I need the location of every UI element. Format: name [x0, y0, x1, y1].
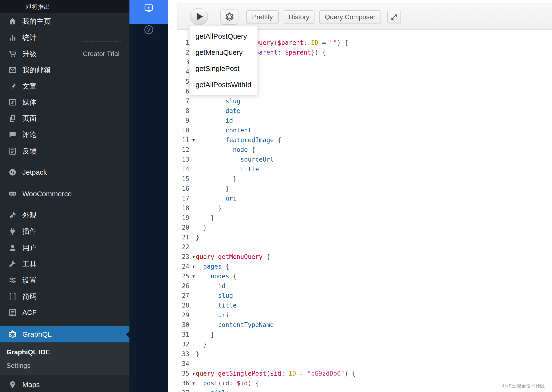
- sidebar-item-appearance[interactable]: 外观: [0, 207, 129, 223]
- line-number: 14: [177, 164, 189, 174]
- sidebar-item-users[interactable]: 用户: [0, 240, 129, 256]
- plugins-icon: [8, 227, 17, 236]
- sidebar-item-shortcode[interactable]: 简码: [0, 288, 129, 304]
- line-number: 13: [177, 155, 189, 164]
- feedback-icon: [8, 147, 17, 156]
- active-item-arrow: [126, 331, 129, 338]
- dropdown-item-getsinglepost[interactable]: getSinglePost: [190, 61, 258, 77]
- dropdown-item-getmenuquery[interactable]: getMenuQuery: [190, 44, 258, 61]
- line-number: 23: [177, 252, 189, 262]
- line-number: 26: [177, 281, 189, 291]
- sidebar-item-jetpack[interactable]: Jetpack: [0, 164, 129, 180]
- submenu-item-settings[interactable]: Settings: [0, 359, 129, 372]
- dropdown-item-getallpostquery[interactable]: getAllPostQuery: [190, 28, 258, 44]
- line-number: 17: [177, 194, 189, 203]
- code-line[interactable]: featuredImage {: [196, 135, 552, 145]
- cart-icon: [8, 49, 17, 58]
- graphql-icon: [8, 330, 17, 339]
- code-line[interactable]: pages {: [196, 262, 552, 272]
- sidebar-item-label: 页面: [22, 114, 36, 123]
- line-number: 27: [177, 291, 189, 301]
- graphiql-logo-button[interactable]: [220, 9, 238, 25]
- code-line[interactable]: }: [196, 223, 552, 232]
- code-line[interactable]: date: [196, 106, 552, 116]
- sidebar-item-label: 工具: [22, 259, 36, 269]
- sidebar-item-graphql[interactable]: GraphQL: [0, 326, 129, 343]
- sidebar-item-woocommerce[interactable]: Woo WooCommerce: [0, 186, 129, 202]
- line-number: 8: [177, 106, 189, 116]
- sidebar-item-maps[interactable]: Maps: [0, 377, 129, 392]
- help-icon[interactable]: ?: [144, 25, 153, 34]
- sidebar-item-label: 我的邮箱: [22, 65, 51, 75]
- code-line[interactable]: sourceUrl: [196, 155, 552, 164]
- line-number-gutter: 1234567891011121314151617181920212223242…: [177, 38, 189, 392]
- sidebar-item-feedback[interactable]: 反馈: [0, 143, 129, 159]
- code-line[interactable]: query getMenuQuery {: [196, 252, 552, 262]
- sidebar-item-label: Jetpack: [22, 168, 47, 176]
- code-line[interactable]: id: [196, 116, 552, 126]
- sidebar-item-plugins[interactable]: 插件: [0, 223, 129, 239]
- sidebar-item-label: 用户: [22, 243, 36, 253]
- sidebar-item-tools[interactable]: 工具: [0, 256, 129, 272]
- code-line[interactable]: id: [196, 281, 552, 291]
- sidebar-item-media[interactable]: 媒体: [0, 94, 129, 110]
- prettify-button[interactable]: Prettify: [246, 10, 279, 24]
- code-line[interactable]: }: [196, 213, 552, 223]
- sidebar-item-label: WooCommerce: [22, 190, 72, 198]
- sidebar-item-upgrade[interactable]: 升级 Creator Trial: [0, 46, 129, 62]
- sidebar-item-label: Maps: [22, 381, 40, 389]
- code-line[interactable]: nodes {: [196, 272, 552, 281]
- sidebar-item-label: 外观: [22, 210, 36, 220]
- code-line[interactable]: }: [196, 340, 552, 349]
- graphiql-activity-rail: ?: [129, 0, 168, 392]
- code-line[interactable]: uri: [196, 310, 552, 320]
- graphiql-app-tab[interactable]: [129, 0, 168, 24]
- code-line[interactable]: }: [196, 174, 552, 184]
- code-line[interactable]: title: [196, 164, 552, 174]
- execute-button[interactable]: [190, 8, 208, 25]
- sidebar-item-label: 我的主页: [22, 17, 51, 26]
- line-number: 25: [177, 272, 189, 281]
- history-button[interactable]: History: [284, 10, 315, 24]
- code-line[interactable]: [196, 242, 552, 252]
- sidebar-item-pages[interactable]: 页面: [0, 110, 129, 126]
- code-line[interactable]: }: [196, 349, 552, 359]
- code-line[interactable]: contentTypeName: [196, 320, 552, 330]
- maps-icon: [8, 380, 17, 389]
- code-line[interactable]: slug: [196, 96, 552, 106]
- line-number: 24: [177, 262, 189, 272]
- sidebar-item-comments[interactable]: 评论: [0, 127, 129, 143]
- code-line[interactable]: title: [196, 301, 552, 310]
- query-composer-button[interactable]: Query Composer: [319, 10, 381, 24]
- code-line[interactable]: uri: [196, 194, 552, 203]
- code-line[interactable]: }: [196, 203, 552, 213]
- line-number: 35: [177, 369, 189, 378]
- sidebar-item-acf[interactable]: ACF: [0, 304, 129, 321]
- code-line[interactable]: post(id: $id) {: [196, 378, 552, 388]
- sidebar-item-posts[interactable]: 文章: [0, 78, 129, 94]
- sidebar-item-label: ACF: [22, 308, 36, 316]
- sidebar-item-stats[interactable]: 统计: [0, 30, 129, 46]
- fullscreen-button[interactable]: [387, 11, 401, 23]
- admin-bar: 即将推出: [0, 0, 129, 13]
- code-line[interactable]: }: [196, 232, 552, 242]
- code-line[interactable]: node {: [196, 145, 552, 155]
- submenu-item-graphiql-ide[interactable]: GraphiQL IDE: [0, 345, 129, 359]
- code-line[interactable]: slug: [196, 291, 552, 301]
- code-line[interactable]: }: [196, 184, 552, 194]
- sidebar-item-mailbox[interactable]: 我的邮箱: [0, 62, 129, 78]
- sidebar-item-my-home[interactable]: 我的主页: [0, 13, 129, 29]
- comments-icon: [8, 130, 17, 139]
- expand-icon: [390, 14, 398, 21]
- dropdown-item-getallpostswithid[interactable]: getAllPostsWithId: [190, 77, 258, 93]
- line-number: 20: [177, 223, 189, 232]
- code-line[interactable]: [196, 359, 552, 369]
- code-line[interactable]: }: [196, 330, 552, 340]
- sidebar-item-settings[interactable]: 设置: [0, 272, 129, 288]
- sidebar-item-label: 媒体: [22, 98, 36, 107]
- code-line[interactable]: content: [196, 126, 552, 135]
- line-number: 32: [177, 340, 189, 349]
- code-line[interactable]: title: [196, 388, 552, 392]
- line-number: 10: [177, 126, 189, 135]
- code-line[interactable]: query getSinglePost($id: ID = "cG9zdDo0"…: [196, 369, 552, 378]
